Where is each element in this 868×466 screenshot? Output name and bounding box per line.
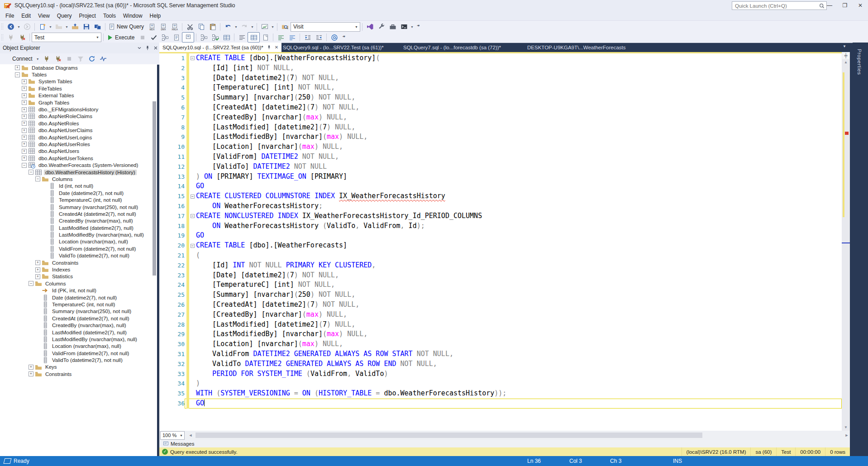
redo-button[interactable] xyxy=(238,22,250,32)
tree-item[interactable]: Date (datetime2(7), not null) xyxy=(0,190,157,196)
tree-expander[interactable]: + xyxy=(22,100,27,105)
fold-margin[interactable] xyxy=(189,221,196,231)
tree-item[interactable]: CreatedAt (datetime2(7), not null) xyxy=(0,210,157,217)
scroll-left-icon[interactable]: ◄ xyxy=(187,432,194,438)
tree-item[interactable]: ValidTo (datetime2(7), not null) xyxy=(0,357,157,363)
tree-item[interactable]: −dbo.WeatherForecasts (System-Versioned) xyxy=(0,162,157,168)
include-actual-plan-button[interactable] xyxy=(198,33,210,42)
undo-dropdown[interactable]: ▼ xyxy=(234,22,238,32)
tree-expander[interactable]: − xyxy=(22,163,27,168)
results-to-text-button[interactable] xyxy=(236,33,248,42)
tree-item[interactable]: +dbo.AspNetUserRoles xyxy=(0,141,157,147)
uncomment-selection-button[interactable] xyxy=(286,33,298,42)
cancel-query-button[interactable] xyxy=(137,33,148,42)
fold-margin[interactable] xyxy=(189,73,196,83)
database-combo[interactable]: Test▼ xyxy=(32,33,101,42)
navigate-backward-button[interactable] xyxy=(5,22,16,32)
fold-margin[interactable] xyxy=(189,310,196,320)
fold-margin[interactable] xyxy=(189,162,196,172)
zoom-combo[interactable]: 100 % ▼ xyxy=(160,431,185,440)
tree-expander[interactable]: + xyxy=(22,149,27,154)
tree-item[interactable]: Id (PK, int, not null) xyxy=(0,287,157,294)
intellisense-enabled-button[interactable] xyxy=(182,32,194,43)
object-explorer-tree[interactable]: +Database Diagrams−Tables+System Tables+… xyxy=(0,64,157,456)
fold-margin[interactable] xyxy=(189,231,196,241)
display-estimated-plan-button[interactable] xyxy=(159,33,171,42)
fold-margin[interactable] xyxy=(189,389,196,399)
new-xmla-query-button[interactable]: XMLA xyxy=(169,22,180,32)
document-tab-1[interactable]: SQLQuery10.sql - (l...SRV22.Test (sa (60… xyxy=(159,43,281,52)
tree-item[interactable]: +FileTables xyxy=(0,85,157,92)
fold-margin[interactable] xyxy=(189,290,196,300)
menu-view[interactable]: View xyxy=(34,12,53,20)
oe-stop-button[interactable] xyxy=(64,54,75,64)
connect-dropdown[interactable]: Connect▼ xyxy=(3,54,41,64)
tree-item[interactable]: +Constraints xyxy=(0,259,157,266)
tree-item[interactable]: CreatedBy (nvarchar(max), null) xyxy=(0,322,157,328)
navigate-backward-dropdown[interactable]: ▼ xyxy=(16,22,21,32)
restore-button[interactable]: ❐ xyxy=(837,0,853,11)
scroll-right-icon[interactable]: ► xyxy=(844,432,850,438)
pin-icon[interactable] xyxy=(143,44,152,52)
quick-launch-box[interactable] xyxy=(732,1,827,10)
editor-vertical-scrollbar[interactable]: ╪ ▲ ▼ xyxy=(842,52,850,431)
editor-horizontal-scrollbar[interactable]: ◄ ► xyxy=(187,431,850,440)
fold-margin[interactable] xyxy=(189,349,196,359)
tree-item[interactable]: ValidFrom (datetime2(7), not null) xyxy=(0,350,157,357)
tree-item[interactable]: +Indexes xyxy=(0,266,157,273)
tree-item[interactable]: LastModified (datetime2(7), null) xyxy=(0,224,157,231)
tree-item[interactable]: −dbo.WeatherForecastsHistory (History) xyxy=(0,169,157,176)
find-in-files-button[interactable] xyxy=(279,22,291,32)
new-dmx-query-button[interactable]: DMX xyxy=(157,22,169,32)
tree-expander[interactable]: + xyxy=(22,107,27,112)
fold-margin[interactable] xyxy=(189,359,196,369)
fold-margin[interactable] xyxy=(189,300,196,310)
close-button[interactable]: ✕ xyxy=(853,0,868,11)
tree-item[interactable]: +dbo.AspNetUserClaims xyxy=(0,127,157,134)
tree-item[interactable]: −Columns xyxy=(0,176,157,182)
tree-expander[interactable]: + xyxy=(35,274,40,279)
tree-item[interactable]: Date (datetime2(7), not null) xyxy=(0,294,157,301)
chevron-down-icon[interactable]: ▼ xyxy=(353,23,360,31)
object-explorer-header[interactable]: Object Explorer xyxy=(0,43,162,54)
comment-selection-button[interactable] xyxy=(275,33,286,42)
tree-item[interactable]: −Tables xyxy=(0,71,157,78)
tree-item[interactable]: +Statistics xyxy=(0,273,157,280)
query-options-button[interactable] xyxy=(171,33,182,42)
close-icon[interactable]: ✕ xyxy=(275,45,278,50)
oe-connect-button[interactable] xyxy=(41,54,52,64)
tree-item[interactable]: Location (nvarchar(max), null) xyxy=(0,238,157,245)
fold-margin[interactable] xyxy=(189,201,196,211)
tree-expander[interactable]: − xyxy=(29,170,33,175)
tree-item[interactable]: TemperatureC (int, not null) xyxy=(0,196,157,203)
minimize-button[interactable]: — xyxy=(822,0,837,11)
extension-icon[interactable] xyxy=(364,22,376,32)
new-mdx-query-button[interactable]: MDX xyxy=(146,22,157,32)
scroll-up-icon[interactable]: ▲ xyxy=(842,59,850,66)
tools-button[interactable] xyxy=(376,22,387,32)
increase-indent-button[interactable] xyxy=(313,33,324,42)
fold-margin[interactable] xyxy=(189,261,196,271)
scroll-down-icon[interactable]: ▼ xyxy=(842,424,850,431)
tree-item[interactable]: +dbo.AspNetUserTokens xyxy=(0,155,157,162)
toolbar-overflow-icon[interactable]: ▼▔ xyxy=(341,36,347,39)
tree-item[interactable]: +dbo._EFMigrationsHistory xyxy=(0,106,157,113)
window-position-icon[interactable] xyxy=(135,44,143,52)
tree-expander[interactable]: + xyxy=(22,142,27,147)
include-client-statistics-button[interactable] xyxy=(221,33,232,42)
save-all-button[interactable] xyxy=(92,22,103,32)
tree-expander[interactable]: + xyxy=(22,93,27,98)
splitter-handle[interactable]: ╪ xyxy=(842,52,849,59)
fold-margin[interactable] xyxy=(189,132,196,142)
tree-item[interactable]: ValidTo (datetime2(7), not null) xyxy=(0,252,157,259)
tree-expander[interactable]: + xyxy=(29,371,33,376)
fold-margin[interactable] xyxy=(189,181,196,191)
fold-margin[interactable]: − xyxy=(189,211,196,221)
collapse-icon[interactable]: − xyxy=(191,56,195,60)
tree-item[interactable]: Id (int, not null) xyxy=(0,183,157,190)
document-tab-4[interactable]: DESKTOP-U9KGA9T\...WeatherForecasts xyxy=(524,43,629,52)
tree-item[interactable]: Location (nvarchar(max), null) xyxy=(0,343,157,350)
open-file-dropdown[interactable]: ▼ xyxy=(64,22,69,32)
document-tab-2[interactable]: SQLQuery9.sql - (lo...SRV22.Test (sa (61… xyxy=(280,43,387,52)
menu-tools[interactable]: Tools xyxy=(100,12,119,20)
